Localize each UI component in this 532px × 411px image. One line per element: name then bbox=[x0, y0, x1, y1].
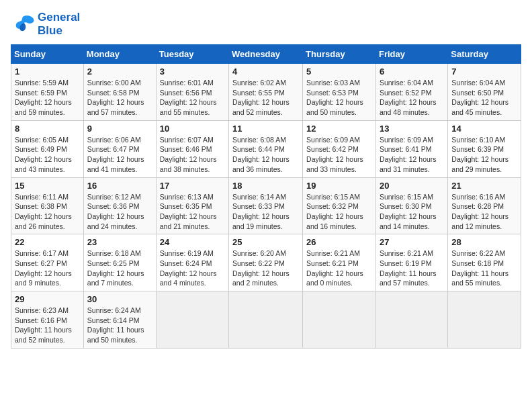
day-number: 20 bbox=[380, 181, 444, 191]
day-cell: 18 Sunrise: 6:14 AMSunset: 6:33 PMDaylig… bbox=[229, 177, 303, 234]
day-info: Sunrise: 6:14 AMSunset: 6:33 PMDaylight:… bbox=[232, 192, 299, 232]
day-info: Sunrise: 6:21 AMSunset: 6:19 PMDaylight:… bbox=[380, 248, 444, 288]
day-cell bbox=[156, 291, 228, 349]
day-number: 13 bbox=[380, 124, 444, 134]
day-cell: 27 Sunrise: 6:21 AMSunset: 6:19 PMDaylig… bbox=[375, 234, 447, 291]
day-cell: 20 Sunrise: 6:15 AMSunset: 6:30 PMDaylig… bbox=[375, 177, 447, 234]
day-info: Sunrise: 6:22 AMSunset: 6:18 PMDaylight:… bbox=[451, 248, 517, 288]
day-cell: 30 Sunrise: 6:24 AMSunset: 6:14 PMDaylig… bbox=[83, 291, 156, 349]
day-info: Sunrise: 6:08 AMSunset: 6:44 PMDaylight:… bbox=[232, 135, 299, 175]
page-header: General Blue bbox=[11, 11, 521, 38]
day-cell: 22 Sunrise: 6:17 AMSunset: 6:27 PMDaylig… bbox=[11, 234, 84, 291]
day-number: 7 bbox=[451, 66, 517, 77]
header-cell-wednesday: Wednesday bbox=[229, 45, 303, 64]
week-row-2: 8 Sunrise: 6:05 AMSunset: 6:49 PMDayligh… bbox=[11, 120, 521, 177]
day-info: Sunrise: 6:12 AMSunset: 6:36 PMDaylight:… bbox=[87, 192, 152, 232]
day-cell bbox=[448, 291, 521, 349]
day-number: 1 bbox=[15, 66, 80, 77]
week-row-5: 29 Sunrise: 6:23 AMSunset: 6:16 PMDaylig… bbox=[11, 291, 521, 349]
day-info: Sunrise: 6:23 AMSunset: 6:16 PMDaylight:… bbox=[15, 306, 80, 345]
logo: General Blue bbox=[11, 11, 80, 38]
day-cell: 3 Sunrise: 6:01 AMSunset: 6:56 PMDayligh… bbox=[156, 64, 228, 121]
day-cell bbox=[229, 291, 303, 349]
day-info: Sunrise: 6:19 AMSunset: 6:24 PMDaylight:… bbox=[160, 248, 225, 288]
day-info: Sunrise: 6:10 AMSunset: 6:39 PMDaylight:… bbox=[451, 135, 517, 175]
week-row-1: 1 Sunrise: 5:59 AMSunset: 6:59 PMDayligh… bbox=[11, 64, 521, 121]
day-info: Sunrise: 6:04 AMSunset: 6:52 PMDaylight:… bbox=[380, 78, 444, 118]
day-number: 23 bbox=[87, 237, 152, 247]
day-cell bbox=[303, 291, 376, 349]
day-number: 16 bbox=[87, 181, 152, 191]
header-cell-saturday: Saturday bbox=[448, 45, 521, 64]
day-cell: 17 Sunrise: 6:13 AMSunset: 6:35 PMDaylig… bbox=[156, 177, 228, 234]
week-row-4: 22 Sunrise: 6:17 AMSunset: 6:27 PMDaylig… bbox=[11, 234, 521, 291]
day-cell: 8 Sunrise: 6:05 AMSunset: 6:49 PMDayligh… bbox=[11, 120, 84, 177]
day-info: Sunrise: 6:15 AMSunset: 6:32 PMDaylight:… bbox=[306, 192, 372, 232]
day-cell: 24 Sunrise: 6:19 AMSunset: 6:24 PMDaylig… bbox=[156, 234, 228, 291]
week-row-3: 15 Sunrise: 6:11 AMSunset: 6:38 PMDaylig… bbox=[11, 177, 521, 234]
day-number: 27 bbox=[380, 237, 444, 247]
day-cell: 4 Sunrise: 6:02 AMSunset: 6:55 PMDayligh… bbox=[229, 64, 303, 121]
day-cell: 25 Sunrise: 6:20 AMSunset: 6:22 PMDaylig… bbox=[229, 234, 303, 291]
day-number: 15 bbox=[15, 181, 80, 191]
day-number: 3 bbox=[160, 66, 225, 77]
logo-text: General Blue bbox=[38, 11, 80, 38]
day-number: 19 bbox=[306, 181, 372, 191]
day-info: Sunrise: 6:13 AMSunset: 6:35 PMDaylight:… bbox=[160, 192, 225, 232]
day-info: Sunrise: 6:24 AMSunset: 6:14 PMDaylight:… bbox=[87, 306, 152, 345]
day-cell: 7 Sunrise: 6:04 AMSunset: 6:50 PMDayligh… bbox=[448, 64, 521, 121]
day-info: Sunrise: 6:05 AMSunset: 6:49 PMDaylight:… bbox=[15, 135, 80, 175]
day-number: 6 bbox=[380, 66, 444, 77]
day-number: 14 bbox=[451, 124, 517, 134]
day-number: 26 bbox=[306, 237, 372, 247]
day-cell: 19 Sunrise: 6:15 AMSunset: 6:32 PMDaylig… bbox=[303, 177, 376, 234]
header-cell-tuesday: Tuesday bbox=[156, 45, 228, 64]
day-number: 21 bbox=[451, 181, 517, 191]
day-cell: 21 Sunrise: 6:16 AMSunset: 6:28 PMDaylig… bbox=[448, 177, 521, 234]
header-cell-thursday: Thursday bbox=[303, 45, 376, 64]
header-cell-monday: Monday bbox=[83, 45, 156, 64]
day-cell: 11 Sunrise: 6:08 AMSunset: 6:44 PMDaylig… bbox=[229, 120, 303, 177]
day-number: 29 bbox=[15, 294, 80, 304]
day-info: Sunrise: 6:16 AMSunset: 6:28 PMDaylight:… bbox=[451, 192, 517, 232]
day-info: Sunrise: 6:02 AMSunset: 6:55 PMDaylight:… bbox=[232, 78, 299, 118]
day-number: 9 bbox=[87, 124, 152, 134]
day-number: 5 bbox=[306, 66, 372, 77]
day-number: 18 bbox=[232, 181, 299, 191]
day-cell: 12 Sunrise: 6:09 AMSunset: 6:42 PMDaylig… bbox=[303, 120, 376, 177]
day-cell: 5 Sunrise: 6:03 AMSunset: 6:53 PMDayligh… bbox=[303, 64, 376, 121]
day-number: 10 bbox=[160, 124, 225, 134]
day-info: Sunrise: 6:00 AMSunset: 6:58 PMDaylight:… bbox=[87, 78, 152, 118]
day-info: Sunrise: 6:11 AMSunset: 6:38 PMDaylight:… bbox=[15, 192, 80, 232]
day-info: Sunrise: 6:07 AMSunset: 6:46 PMDaylight:… bbox=[160, 135, 225, 175]
day-number: 12 bbox=[306, 124, 372, 134]
header-cell-friday: Friday bbox=[375, 45, 447, 64]
day-info: Sunrise: 6:20 AMSunset: 6:22 PMDaylight:… bbox=[232, 248, 299, 288]
day-number: 4 bbox=[232, 66, 299, 77]
day-info: Sunrise: 6:09 AMSunset: 6:42 PMDaylight:… bbox=[306, 135, 372, 175]
day-cell: 14 Sunrise: 6:10 AMSunset: 6:39 PMDaylig… bbox=[448, 120, 521, 177]
day-number: 2 bbox=[87, 66, 152, 77]
day-number: 17 bbox=[160, 181, 225, 191]
day-cell: 15 Sunrise: 6:11 AMSunset: 6:38 PMDaylig… bbox=[11, 177, 84, 234]
day-number: 28 bbox=[451, 237, 517, 247]
day-info: Sunrise: 6:01 AMSunset: 6:56 PMDaylight:… bbox=[160, 78, 225, 118]
day-cell: 28 Sunrise: 6:22 AMSunset: 6:18 PMDaylig… bbox=[448, 234, 521, 291]
day-cell: 29 Sunrise: 6:23 AMSunset: 6:16 PMDaylig… bbox=[11, 291, 84, 349]
day-cell bbox=[375, 291, 447, 349]
calendar-table: SundayMondayTuesdayWednesdayThursdayFrid… bbox=[11, 44, 521, 349]
day-number: 30 bbox=[87, 294, 152, 304]
header-row: SundayMondayTuesdayWednesdayThursdayFrid… bbox=[11, 45, 521, 64]
day-info: Sunrise: 6:04 AMSunset: 6:50 PMDaylight:… bbox=[451, 78, 517, 118]
day-info: Sunrise: 6:17 AMSunset: 6:27 PMDaylight:… bbox=[15, 248, 80, 288]
day-info: Sunrise: 6:21 AMSunset: 6:21 PMDaylight:… bbox=[306, 248, 372, 288]
day-cell: 10 Sunrise: 6:07 AMSunset: 6:46 PMDaylig… bbox=[156, 120, 228, 177]
logo-icon bbox=[11, 14, 35, 34]
day-cell: 13 Sunrise: 6:09 AMSunset: 6:41 PMDaylig… bbox=[375, 120, 447, 177]
day-cell: 1 Sunrise: 5:59 AMSunset: 6:59 PMDayligh… bbox=[11, 64, 84, 121]
day-info: Sunrise: 6:15 AMSunset: 6:30 PMDaylight:… bbox=[380, 192, 444, 232]
day-number: 22 bbox=[15, 237, 80, 247]
day-info: Sunrise: 6:06 AMSunset: 6:47 PMDaylight:… bbox=[87, 135, 152, 175]
day-info: Sunrise: 6:09 AMSunset: 6:41 PMDaylight:… bbox=[380, 135, 444, 175]
day-info: Sunrise: 6:03 AMSunset: 6:53 PMDaylight:… bbox=[306, 78, 372, 118]
